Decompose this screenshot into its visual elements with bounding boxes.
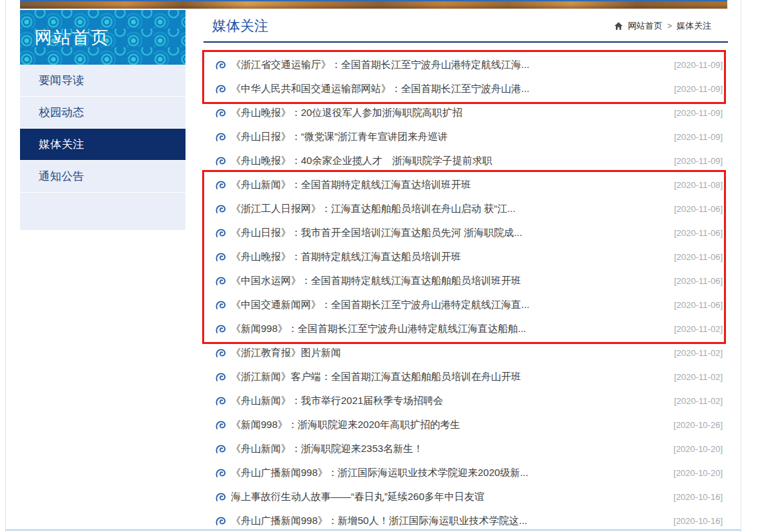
banner-image: [20, 0, 727, 9]
wave-swirl-icon: [215, 203, 226, 215]
sidebar-item-3[interactable]: 通知公告: [20, 161, 185, 193]
news-item-title[interactable]: 海上事故衍生动人故事——“春日丸”延续260多年中日友谊: [231, 491, 484, 503]
news-item[interactable]: 《浙江教育报》图片新闻[2020-11-02]: [204, 341, 728, 365]
news-item[interactable]: 《新闻998》：浙海职院迎来2020年高职扩招的考生[2020-10-26]: [204, 413, 728, 437]
wave-swirl-icon: [215, 179, 226, 191]
wave-swirl-icon: [215, 347, 226, 359]
news-item-title[interactable]: 《舟山新闻》：我市举行2021届秋季专场招聘会: [231, 395, 443, 407]
wave-swirl-icon: [215, 299, 226, 311]
main-content: 媒体关注 网站首页 > 媒体关注 《浙江省交通运输厅》：全国首期长江至宁波舟山港…: [204, 10, 728, 532]
sidebar-footer: [20, 193, 185, 230]
wave-swirl-icon: [215, 107, 226, 119]
news-item[interactable]: 海上事故衍生动人故事——“春日丸”延续260多年中日友谊[2020-10-16]: [204, 485, 728, 509]
news-item-date: [2020-11-06]: [674, 228, 723, 238]
news-item-title[interactable]: 《舟山日报》：“微党课”浙江青年宣讲团来舟巡讲: [231, 131, 448, 143]
news-item[interactable]: 《舟山晚报》：40余家企业揽人才 浙海职院学子提前求职[2020-11-09]: [204, 149, 728, 173]
page-title: 媒体关注: [204, 17, 268, 35]
sidebar-title: 网站首页: [35, 26, 109, 49]
news-item-date: [2020-11-09]: [674, 60, 723, 70]
wave-swirl-icon: [215, 227, 226, 239]
news-item-title[interactable]: 《新闻998》：浙海职院迎来2020年高职扩招的考生: [231, 419, 460, 431]
news-item[interactable]: 《舟山新闻》：全国首期特定航线江海直达培训班开班[2020-11-08]: [204, 173, 728, 197]
sidebar-item-1[interactable]: 校园动态: [20, 97, 185, 129]
sidebar: 网站首页 要闻导读校园动态媒体关注通知公告: [20, 10, 185, 230]
news-item-title[interactable]: 《舟山晚报》：首期特定航线江海直达船员培训开班: [231, 251, 461, 263]
breadcrumb-separator: >: [667, 21, 672, 31]
news-item-title[interactable]: 《舟山新闻》：全国首期特定航线江海直达培训班开班: [231, 179, 471, 191]
news-item-title[interactable]: 《舟山新闻》：浙海职院迎来2353名新生！: [231, 443, 423, 455]
news-item-date: [2020-10-26]: [673, 420, 723, 430]
news-item[interactable]: 《中国水运网》：全国首期特定航线江海直达船舶船员培训班开班[2020-11-06…: [204, 269, 728, 293]
news-item[interactable]: 《舟山新闻》：我市举行2021届秋季专场招聘会[2020-11-02]: [204, 389, 728, 413]
news-item[interactable]: 《舟山新闻》：浙海职院迎来2353名新生！[2020-10-20]: [204, 437, 728, 461]
wave-swirl-icon: [215, 275, 226, 287]
news-item[interactable]: 《新闻998》：全国首期长江至宁波舟山港特定航线江海直达船舶...[2020-1…: [204, 317, 728, 341]
news-item-date: [2020-10-20]: [673, 444, 723, 454]
news-item[interactable]: 《浙江新闻》客户端：全国首期江海直达船舶船员培训在舟山开班[2020-11-02…: [204, 365, 728, 389]
wave-swirl-icon: [215, 59, 226, 71]
news-item[interactable]: 《舟山日报》：我市首开全国培训江海直达船员先河 浙海职院成...[2020-11…: [204, 221, 728, 245]
breadcrumb-current: 媒体关注: [677, 20, 711, 32]
news-item-title[interactable]: 《浙江省交通运输厅》：全国首期长江至宁波舟山港特定航线江海...: [231, 59, 530, 71]
sidebar-nav: 要闻导读校园动态媒体关注通知公告: [20, 65, 185, 193]
news-item-date: [2020-10-16]: [673, 516, 723, 526]
page-left-border: [5, 0, 6, 532]
wave-swirl-icon: [215, 251, 226, 263]
news-item[interactable]: 《中华人民共和国交通运输部网站》：全国首期长江至宁波舟山港...[2020-11…: [204, 77, 728, 101]
wave-swirl-icon: [215, 491, 226, 503]
news-item-date: [2020-11-08]: [674, 180, 723, 190]
news-item-title[interactable]: 《浙江新闻》客户端：全国首期江海直达船舶船员培训在舟山开班: [231, 371, 521, 383]
sidebar-item-0[interactable]: 要闻导读: [20, 65, 185, 97]
news-item-date: [2020-11-09]: [674, 132, 723, 142]
news-item[interactable]: 《浙江省交通运输厅》：全国首期长江至宁波舟山港特定航线江海...[2020-11…: [204, 53, 728, 77]
news-item[interactable]: 《浙江工人日报网》：江海直达船舶船员培训在舟山启动 获“江...[2020-11…: [204, 197, 728, 221]
news-item-title[interactable]: 《舟山晚报》：20位退役军人参加浙海职院高职扩招: [231, 107, 462, 119]
wave-swirl-icon: [215, 83, 226, 95]
news-item[interactable]: 《舟山广播新闻998》：浙江国际海运职业技术学院迎来2020级新...[2020…: [204, 461, 728, 485]
news-item-date: [2020-11-06]: [674, 252, 723, 262]
news-item-date: [2020-10-16]: [673, 492, 723, 502]
news-item[interactable]: 《舟山晚报》：20位退役军人参加浙海职院高职扩招[2020-11-09]: [204, 101, 728, 125]
news-item-title[interactable]: 《舟山晚报》：40余家企业揽人才 浙海职院学子提前求职: [231, 155, 492, 167]
page-right-border: [741, 0, 741, 532]
news-item-date: [2020-11-09]: [674, 108, 723, 118]
news-item[interactable]: 《中国交通新闻网》：全国首期长江至宁波舟山港特定航线江海直...[2020-11…: [204, 293, 728, 317]
news-item-date: [2020-11-09]: [674, 84, 723, 94]
news-item-title[interactable]: 《浙江教育报》图片新闻: [231, 347, 341, 359]
wave-swirl-icon: [215, 515, 226, 527]
wave-swirl-icon: [215, 155, 226, 167]
news-item-title[interactable]: 《新闻998》：全国首期长江至宁波舟山港特定航线江海直达船舶...: [231, 323, 526, 335]
sidebar-header: 网站首页: [20, 10, 185, 65]
news-item-title[interactable]: 《浙江工人日报网》：江海直达船舶船员培训在舟山启动 获“江...: [231, 203, 516, 215]
news-item-title[interactable]: 《舟山广播新闻998》：新增50人！浙江国际海运职业技术学院这...: [231, 515, 527, 527]
news-item-title[interactable]: 《舟山日报》：我市首开全国培训江海直达船员先河 浙海职院成...: [231, 227, 522, 239]
main-header: 媒体关注 网站首页 > 媒体关注: [204, 10, 728, 43]
sidebar-item-2[interactable]: 媒体关注: [20, 129, 185, 161]
news-item-date: [2020-11-02]: [674, 324, 723, 334]
news-item-date: [2020-11-02]: [674, 372, 723, 382]
news-item[interactable]: 《舟山广播新闻998》：新增50人！浙江国际海运职业技术学院这...[2020-…: [204, 509, 728, 532]
bottom-divider: [5, 529, 741, 531]
wave-swirl-icon: [215, 443, 226, 455]
news-item-title[interactable]: 《中华人民共和国交通运输部网站》：全国首期长江至宁波舟山港...: [231, 83, 530, 95]
news-item-title[interactable]: 《中国水运网》：全国首期特定航线江海直达船舶船员培训班开班: [231, 275, 521, 287]
news-item-date: [2020-11-02]: [674, 348, 723, 358]
breadcrumb-home-link[interactable]: 网站首页: [628, 20, 663, 32]
breadcrumb: 网站首页 > 媒体关注: [614, 20, 711, 32]
news-item-title[interactable]: 《中国交通新闻网》：全国首期长江至宁波舟山港特定航线江海直...: [231, 299, 530, 311]
wave-swirl-icon: [215, 131, 226, 143]
news-item-date: [2020-10-20]: [673, 468, 723, 478]
wave-swirl-icon: [215, 323, 226, 335]
wave-swirl-icon: [215, 467, 226, 479]
news-item-date: [2020-11-06]: [674, 204, 723, 214]
news-item[interactable]: 《舟山日报》：“微党课”浙江青年宣讲团来舟巡讲[2020-11-09]: [204, 125, 728, 149]
wave-swirl-icon: [215, 371, 226, 383]
news-item-date: [2020-11-06]: [674, 300, 723, 310]
news-item-date: [2020-11-09]: [674, 156, 723, 166]
news-item-title[interactable]: 《舟山广播新闻998》：浙江国际海运职业技术学院迎来2020级新...: [231, 467, 528, 479]
news-item-date: [2020-11-06]: [674, 276, 723, 286]
news-item[interactable]: 《舟山晚报》：首期特定航线江海直达船员培训开班[2020-11-06]: [204, 245, 728, 269]
wave-swirl-icon: [215, 419, 226, 431]
news-list: 《浙江省交通运输厅》：全国首期长江至宁波舟山港特定航线江海...[2020-11…: [204, 53, 728, 532]
news-item-date: [2020-11-02]: [674, 396, 723, 406]
